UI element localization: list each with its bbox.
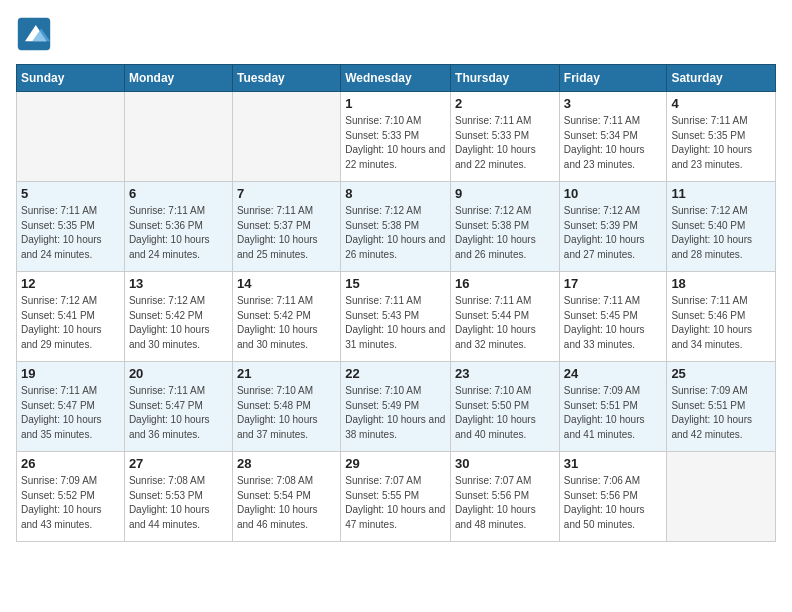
day-cell: 22Sunrise: 7:10 AMSunset: 5:49 PMDayligh…: [341, 362, 451, 452]
day-number: 2: [455, 96, 555, 111]
day-cell: 3Sunrise: 7:11 AMSunset: 5:34 PMDaylight…: [559, 92, 667, 182]
day-info: Sunrise: 7:11 AMSunset: 5:37 PMDaylight:…: [237, 204, 336, 262]
day-number: 8: [345, 186, 446, 201]
day-info: Sunrise: 7:09 AMSunset: 5:52 PMDaylight:…: [21, 474, 120, 532]
day-cell: 16Sunrise: 7:11 AMSunset: 5:44 PMDayligh…: [451, 272, 560, 362]
day-cell: 20Sunrise: 7:11 AMSunset: 5:47 PMDayligh…: [124, 362, 232, 452]
day-info: Sunrise: 7:11 AMSunset: 5:34 PMDaylight:…: [564, 114, 663, 172]
day-number: 17: [564, 276, 663, 291]
day-number: 24: [564, 366, 663, 381]
day-info: Sunrise: 7:08 AMSunset: 5:54 PMDaylight:…: [237, 474, 336, 532]
logo: [16, 16, 56, 52]
day-number: 23: [455, 366, 555, 381]
day-number: 3: [564, 96, 663, 111]
day-number: 5: [21, 186, 120, 201]
day-cell: 11Sunrise: 7:12 AMSunset: 5:40 PMDayligh…: [667, 182, 776, 272]
day-number: 20: [129, 366, 228, 381]
header-thursday: Thursday: [451, 65, 560, 92]
day-cell: 10Sunrise: 7:12 AMSunset: 5:39 PMDayligh…: [559, 182, 667, 272]
day-cell: 15Sunrise: 7:11 AMSunset: 5:43 PMDayligh…: [341, 272, 451, 362]
day-info: Sunrise: 7:12 AMSunset: 5:38 PMDaylight:…: [345, 204, 446, 262]
day-cell: 5Sunrise: 7:11 AMSunset: 5:35 PMDaylight…: [17, 182, 125, 272]
day-cell: 8Sunrise: 7:12 AMSunset: 5:38 PMDaylight…: [341, 182, 451, 272]
day-info: Sunrise: 7:10 AMSunset: 5:48 PMDaylight:…: [237, 384, 336, 442]
week-row-0: 1Sunrise: 7:10 AMSunset: 5:33 PMDaylight…: [17, 92, 776, 182]
day-info: Sunrise: 7:12 AMSunset: 5:41 PMDaylight:…: [21, 294, 120, 352]
day-info: Sunrise: 7:11 AMSunset: 5:47 PMDaylight:…: [129, 384, 228, 442]
week-row-4: 26Sunrise: 7:09 AMSunset: 5:52 PMDayligh…: [17, 452, 776, 542]
day-cell: 25Sunrise: 7:09 AMSunset: 5:51 PMDayligh…: [667, 362, 776, 452]
day-cell: [232, 92, 340, 182]
day-cell: 7Sunrise: 7:11 AMSunset: 5:37 PMDaylight…: [232, 182, 340, 272]
day-number: 16: [455, 276, 555, 291]
day-cell: [667, 452, 776, 542]
day-info: Sunrise: 7:12 AMSunset: 5:40 PMDaylight:…: [671, 204, 771, 262]
day-info: Sunrise: 7:10 AMSunset: 5:33 PMDaylight:…: [345, 114, 446, 172]
day-cell: 26Sunrise: 7:09 AMSunset: 5:52 PMDayligh…: [17, 452, 125, 542]
day-number: 25: [671, 366, 771, 381]
day-info: Sunrise: 7:11 AMSunset: 5:46 PMDaylight:…: [671, 294, 771, 352]
day-info: Sunrise: 7:11 AMSunset: 5:35 PMDaylight:…: [21, 204, 120, 262]
header-monday: Monday: [124, 65, 232, 92]
day-info: Sunrise: 7:09 AMSunset: 5:51 PMDaylight:…: [564, 384, 663, 442]
day-cell: 24Sunrise: 7:09 AMSunset: 5:51 PMDayligh…: [559, 362, 667, 452]
logo-icon: [16, 16, 52, 52]
day-number: 19: [21, 366, 120, 381]
day-number: 15: [345, 276, 446, 291]
week-row-3: 19Sunrise: 7:11 AMSunset: 5:47 PMDayligh…: [17, 362, 776, 452]
page-header: [16, 16, 776, 52]
day-cell: 17Sunrise: 7:11 AMSunset: 5:45 PMDayligh…: [559, 272, 667, 362]
day-info: Sunrise: 7:11 AMSunset: 5:35 PMDaylight:…: [671, 114, 771, 172]
day-info: Sunrise: 7:07 AMSunset: 5:55 PMDaylight:…: [345, 474, 446, 532]
day-number: 26: [21, 456, 120, 471]
day-info: Sunrise: 7:08 AMSunset: 5:53 PMDaylight:…: [129, 474, 228, 532]
day-cell: 31Sunrise: 7:06 AMSunset: 5:56 PMDayligh…: [559, 452, 667, 542]
day-number: 7: [237, 186, 336, 201]
day-info: Sunrise: 7:11 AMSunset: 5:33 PMDaylight:…: [455, 114, 555, 172]
day-number: 11: [671, 186, 771, 201]
day-number: 21: [237, 366, 336, 381]
day-number: 13: [129, 276, 228, 291]
day-cell: 27Sunrise: 7:08 AMSunset: 5:53 PMDayligh…: [124, 452, 232, 542]
header-sunday: Sunday: [17, 65, 125, 92]
day-info: Sunrise: 7:12 AMSunset: 5:39 PMDaylight:…: [564, 204, 663, 262]
day-cell: [124, 92, 232, 182]
day-info: Sunrise: 7:11 AMSunset: 5:44 PMDaylight:…: [455, 294, 555, 352]
day-info: Sunrise: 7:12 AMSunset: 5:38 PMDaylight:…: [455, 204, 555, 262]
day-cell: 23Sunrise: 7:10 AMSunset: 5:50 PMDayligh…: [451, 362, 560, 452]
day-info: Sunrise: 7:07 AMSunset: 5:56 PMDaylight:…: [455, 474, 555, 532]
day-cell: 14Sunrise: 7:11 AMSunset: 5:42 PMDayligh…: [232, 272, 340, 362]
day-cell: 13Sunrise: 7:12 AMSunset: 5:42 PMDayligh…: [124, 272, 232, 362]
day-info: Sunrise: 7:11 AMSunset: 5:45 PMDaylight:…: [564, 294, 663, 352]
day-info: Sunrise: 7:09 AMSunset: 5:51 PMDaylight:…: [671, 384, 771, 442]
day-cell: 1Sunrise: 7:10 AMSunset: 5:33 PMDaylight…: [341, 92, 451, 182]
week-row-2: 12Sunrise: 7:12 AMSunset: 5:41 PMDayligh…: [17, 272, 776, 362]
day-info: Sunrise: 7:12 AMSunset: 5:42 PMDaylight:…: [129, 294, 228, 352]
day-info: Sunrise: 7:10 AMSunset: 5:49 PMDaylight:…: [345, 384, 446, 442]
day-number: 1: [345, 96, 446, 111]
day-cell: 28Sunrise: 7:08 AMSunset: 5:54 PMDayligh…: [232, 452, 340, 542]
day-number: 4: [671, 96, 771, 111]
day-info: Sunrise: 7:11 AMSunset: 5:42 PMDaylight:…: [237, 294, 336, 352]
day-number: 10: [564, 186, 663, 201]
day-number: 18: [671, 276, 771, 291]
header-saturday: Saturday: [667, 65, 776, 92]
calendar-header: SundayMondayTuesdayWednesdayThursdayFrid…: [17, 65, 776, 92]
header-friday: Friday: [559, 65, 667, 92]
day-info: Sunrise: 7:11 AMSunset: 5:43 PMDaylight:…: [345, 294, 446, 352]
day-number: 29: [345, 456, 446, 471]
calendar-body: 1Sunrise: 7:10 AMSunset: 5:33 PMDaylight…: [17, 92, 776, 542]
day-number: 31: [564, 456, 663, 471]
day-number: 30: [455, 456, 555, 471]
header-tuesday: Tuesday: [232, 65, 340, 92]
day-cell: [17, 92, 125, 182]
day-number: 22: [345, 366, 446, 381]
header-wednesday: Wednesday: [341, 65, 451, 92]
day-cell: 6Sunrise: 7:11 AMSunset: 5:36 PMDaylight…: [124, 182, 232, 272]
calendar-table: SundayMondayTuesdayWednesdayThursdayFrid…: [16, 64, 776, 542]
day-cell: 12Sunrise: 7:12 AMSunset: 5:41 PMDayligh…: [17, 272, 125, 362]
day-cell: 9Sunrise: 7:12 AMSunset: 5:38 PMDaylight…: [451, 182, 560, 272]
day-number: 9: [455, 186, 555, 201]
day-info: Sunrise: 7:10 AMSunset: 5:50 PMDaylight:…: [455, 384, 555, 442]
week-row-1: 5Sunrise: 7:11 AMSunset: 5:35 PMDaylight…: [17, 182, 776, 272]
